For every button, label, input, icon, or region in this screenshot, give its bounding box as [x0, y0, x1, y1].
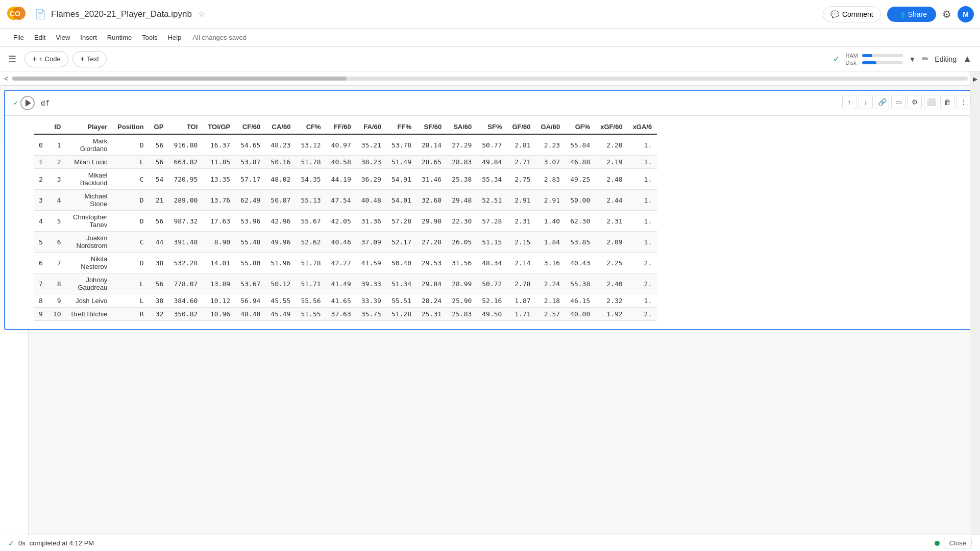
- menu-help[interactable]: Help: [163, 32, 187, 43]
- comment-button[interactable]: 💬 Comment: [823, 6, 881, 22]
- table-row: 23Mikael BacklundC54720.9513.3557.1748.0…: [34, 169, 657, 190]
- disk-bar: [862, 61, 903, 64]
- pencil-icon: ✏: [922, 54, 928, 64]
- ram-check-icon: ✓: [833, 54, 840, 64]
- table-row: 67Nikita NesterovD38532.2814.0155.8051.9…: [34, 253, 657, 273]
- table-row: 12Milan LucicL56663.8211.8553.8750.1651.…: [34, 156, 657, 169]
- col-gfpct: GF%: [565, 120, 595, 134]
- col-id: ID: [48, 120, 66, 134]
- col-toi: TOI: [168, 120, 203, 134]
- table-row: 45Christopher TanevD56987.3217.6353.9642…: [34, 211, 657, 232]
- delete-cell-button[interactable]: 🗑: [940, 95, 954, 109]
- table-row: 89Josh LeivoL38384.6010.1256.9445.5555.5…: [34, 294, 657, 308]
- col-xgf60: xGF/60: [595, 120, 627, 134]
- col-sa60: SA/60: [447, 120, 477, 134]
- col-cf60: CF/60: [235, 120, 265, 134]
- settings-cell-button[interactable]: ⚙: [908, 95, 922, 109]
- col-toigp: TOI/GP: [203, 120, 235, 134]
- share-button[interactable]: 👥 Share: [887, 7, 936, 22]
- left-nav-toggle[interactable]: ☰: [8, 54, 16, 65]
- add-text-button[interactable]: + Text: [72, 51, 107, 67]
- col-gf60: GF/60: [507, 120, 535, 134]
- col-ga60: GA/60: [536, 120, 566, 134]
- drive-icon: 📄: [35, 9, 46, 20]
- right-panel-collapse-icon[interactable]: ▶: [973, 76, 977, 83]
- col-gp: GP: [149, 120, 169, 134]
- editing-label: Editing: [935, 55, 957, 63]
- col-position: Position: [112, 120, 149, 134]
- resource-expand-icon[interactable]: ▼: [909, 55, 916, 63]
- settings-icon[interactable]: ⚙: [942, 8, 951, 20]
- ram-label: RAM: [846, 53, 860, 59]
- col-sfpct: SF%: [477, 120, 507, 134]
- menu-view[interactable]: View: [51, 32, 75, 43]
- run-button[interactable]: [20, 96, 35, 110]
- colab-logo[interactable]: CO: [6, 3, 27, 25]
- cell-check-icon: ✓: [13, 99, 18, 107]
- status-completed: completed at 4:12 PM: [30, 539, 94, 547]
- table-row: 78Johnny GaudreauL56778.0713.8953.6750.1…: [34, 273, 657, 294]
- move-up-button[interactable]: ↑: [842, 95, 856, 109]
- status-time: 0s: [18, 539, 26, 547]
- col-xga6: xGA/6: [628, 120, 657, 134]
- all-changes-saved: All changes saved: [192, 34, 247, 41]
- plus-text-icon: +: [80, 55, 85, 64]
- table-header: ID Player Position GP TOI TOI/GP CF/60 C…: [34, 120, 657, 134]
- col-cfpct: CF%: [296, 120, 326, 134]
- status-check-icon: ✓: [8, 539, 14, 547]
- file-title: Flames_2020-21_Player_Data.ipynb: [51, 9, 192, 19]
- svg-text:CO: CO: [10, 10, 20, 18]
- ram-bar: [862, 54, 903, 57]
- comment-icon: 💬: [830, 10, 839, 18]
- col-player: Player: [66, 120, 112, 134]
- menu-tools[interactable]: Tools: [137, 32, 162, 43]
- menu-insert[interactable]: Insert: [75, 32, 102, 43]
- close-status-button[interactable]: Close: [944, 538, 972, 548]
- disk-label: Disk: [846, 60, 860, 66]
- resource-monitor: RAM Disk: [846, 53, 903, 66]
- col-ffpct: FF%: [386, 120, 416, 134]
- table-row: 910Brett RitchieR32350.8210.9648.4045.49…: [34, 308, 657, 321]
- menu-file[interactable]: File: [8, 32, 29, 43]
- menu-runtime[interactable]: Runtime: [102, 32, 137, 43]
- link-button[interactable]: 🔗: [875, 95, 889, 109]
- more-options-button[interactable]: ⋮: [957, 95, 971, 109]
- table-row: 56Joakim NordstromC44391.488.9055.4849.9…: [34, 232, 657, 253]
- col-ca60: CA/60: [265, 120, 296, 134]
- cell-code[interactable]: df: [41, 99, 50, 107]
- star-icon[interactable]: ☆: [198, 9, 205, 19]
- table-row: 34Michael StoneD21289.0013.7662.4950.875…: [34, 190, 657, 211]
- collapse-toolbar-icon[interactable]: ▲: [963, 54, 972, 64]
- col-ff60: FF/60: [326, 120, 356, 134]
- output-area: ID Player Position GP TOI TOI/GP CF/60 C…: [5, 116, 975, 329]
- menu-edit[interactable]: Edit: [29, 32, 51, 43]
- connected-dot: [935, 541, 940, 546]
- comment-cell-button[interactable]: ▭: [891, 95, 905, 109]
- expand-cell-button[interactable]: ⬜: [924, 95, 938, 109]
- plus-code-icon: +: [32, 55, 37, 64]
- add-code-button[interactable]: + + Code: [24, 51, 68, 67]
- move-down-button[interactable]: ↓: [859, 95, 873, 109]
- avatar[interactable]: M: [958, 6, 974, 22]
- table-row: 01Mark GiordanoD56916.8016.3754.6548.235…: [34, 134, 657, 156]
- horizontal-scrollbar[interactable]: [12, 77, 968, 81]
- share-icon: 👥: [896, 10, 905, 18]
- col-fa60: FA/60: [356, 120, 386, 134]
- col-sf60: SF/60: [416, 120, 447, 134]
- scroll-left-icon[interactable]: <: [4, 74, 8, 83]
